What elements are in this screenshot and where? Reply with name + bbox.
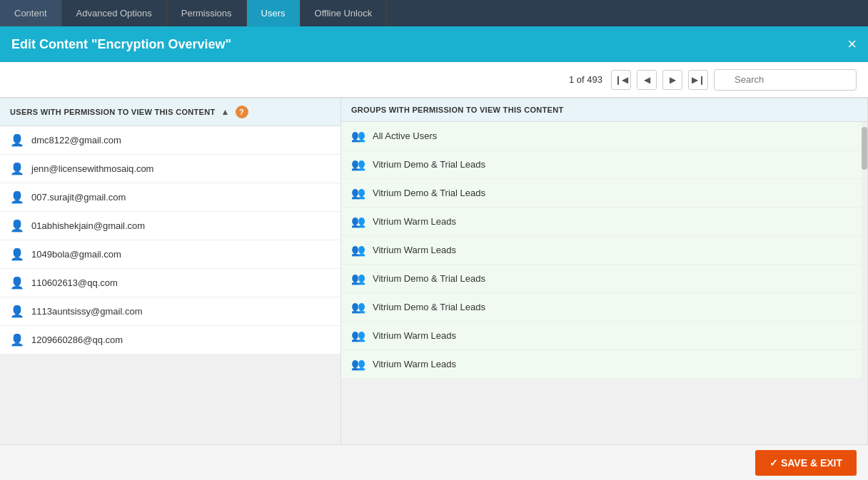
group-icon: 👥 (351, 329, 365, 342)
header-bar: Edit Content "Encryption Overview" × (0, 26, 868, 62)
users-column-header: USERS WITH PERMISSION TO VIEW THIS CONTE… (0, 98, 340, 126)
user-row[interactable]: 👤 01abhishekjain@gmail.com (0, 212, 340, 240)
tab-offline-unlock[interactable]: Offline Unlock (301, 0, 388, 26)
footer: ✓ SAVE & EXIT (0, 444, 868, 480)
group-name: Vitrium Demo & Trial Leads (373, 188, 485, 198)
prev-page-button[interactable]: ◀ (637, 70, 657, 90)
group-name: Vitrium Warm Leads (373, 216, 456, 227)
scroll-indicator (862, 98, 867, 444)
content-area: USERS WITH PERMISSION TO VIEW THIS CONTE… (0, 98, 868, 444)
group-row[interactable]: 👥 Vitrium Warm Leads (341, 208, 867, 236)
user-row[interactable]: 👤 dmc8122@gmail.com (0, 126, 340, 155)
group-name: Vitrium Demo & Trial Leads (373, 273, 485, 284)
user-email: jenn@licensewithmosaiq.com (31, 163, 153, 174)
search-wrapper: 🔍 (714, 69, 857, 91)
group-row[interactable]: 👥 Vitrium Warm Leads (341, 350, 867, 379)
user-row[interactable]: 👤 1113auntsissy@gmail.com (0, 297, 340, 326)
group-icon: 👥 (351, 215, 365, 228)
last-page-button[interactable]: ▶❙ (688, 70, 708, 90)
users-column-title: USERS WITH PERMISSION TO VIEW THIS CONTE… (10, 108, 215, 116)
users-list: 👤 dmc8122@gmail.com 👤 jenn@licensewithmo… (0, 126, 340, 354)
user-email: 1049bola@gmail.com (31, 249, 121, 260)
groups-column: GROUPS WITH PERMISSION TO VIEW THIS CONT… (341, 98, 868, 444)
user-icon: 👤 (10, 133, 24, 147)
close-button[interactable]: × (847, 36, 857, 52)
user-icon: 👤 (10, 162, 24, 175)
group-icon: 👥 (351, 158, 365, 171)
save-exit-button[interactable]: ✓ SAVE & EXIT (755, 450, 857, 476)
user-email: 1209660286@qq.com (31, 335, 123, 345)
pagination-bar: 1 of 493 ❙◀ ◀ ▶ ▶❙ 🔍 (0, 62, 868, 98)
group-icon: 👥 (351, 243, 365, 257)
sort-icon[interactable]: ▲ (221, 107, 229, 117)
user-row[interactable]: 👤 007.surajit@gmail.com (0, 183, 340, 212)
group-row[interactable]: 👥 Vitrium Demo & Trial Leads (341, 265, 867, 293)
user-email: 1113auntsissy@gmail.com (31, 306, 143, 317)
group-name: Vitrium Demo & Trial Leads (373, 159, 485, 170)
group-row[interactable]: 👥 All Active Users (341, 122, 867, 150)
group-row[interactable]: 👥 Vitrium Demo & Trial Leads (341, 150, 867, 179)
user-row[interactable]: 👤 1209660286@qq.com (0, 326, 340, 354)
group-name: Vitrium Warm Leads (373, 245, 456, 255)
group-row[interactable]: 👥 Vitrium Warm Leads (341, 322, 867, 350)
tab-bar: Content Advanced Options Permissions Use… (0, 0, 868, 26)
tab-content[interactable]: Content (0, 0, 62, 26)
group-icon: 👥 (351, 272, 365, 285)
groups-list: 👥 All Active Users 👥 Vitrium Demo & Tria… (341, 122, 867, 379)
user-icon: 👤 (10, 276, 24, 290)
user-row[interactable]: 👤 110602613@qq.com (0, 269, 340, 297)
group-row[interactable]: 👥 Vitrium Demo & Trial Leads (341, 293, 867, 322)
user-row[interactable]: 👤 1049bola@gmail.com (0, 240, 340, 269)
search-input[interactable] (714, 69, 857, 91)
groups-column-title: GROUPS WITH PERMISSION TO VIEW THIS CONT… (351, 106, 564, 114)
group-icon: 👥 (351, 300, 365, 314)
user-icon: 👤 (10, 305, 24, 318)
user-email: dmc8122@gmail.com (31, 135, 121, 145)
user-email: 01abhishekjain@gmail.com (31, 220, 145, 231)
help-icon[interactable]: ? (236, 106, 248, 118)
user-email: 110602613@qq.com (31, 277, 118, 288)
group-icon: 👥 (351, 186, 365, 200)
user-row[interactable]: 👤 jenn@licensewithmosaiq.com (0, 155, 340, 183)
next-page-button[interactable]: ▶ (662, 70, 682, 90)
group-name: Vitrium Demo & Trial Leads (373, 302, 485, 312)
group-name: Vitrium Warm Leads (373, 330, 456, 341)
group-row[interactable]: 👥 Vitrium Warm Leads (341, 236, 867, 265)
group-icon: 👥 (351, 357, 365, 371)
groups-column-header: GROUPS WITH PERMISSION TO VIEW THIS CONT… (341, 98, 867, 122)
user-icon: 👤 (10, 190, 24, 204)
group-name: Vitrium Warm Leads (373, 359, 456, 369)
user-icon: 👤 (10, 247, 24, 261)
user-icon: 👤 (10, 333, 24, 347)
users-column: USERS WITH PERMISSION TO VIEW THIS CONTE… (0, 98, 341, 444)
user-email: 007.surajit@gmail.com (31, 192, 126, 203)
group-name: All Active Users (373, 131, 437, 141)
first-page-button[interactable]: ❙◀ (611, 70, 631, 90)
tab-advanced-options[interactable]: Advanced Options (62, 0, 167, 26)
scroll-thumb (862, 127, 867, 170)
tab-users[interactable]: Users (247, 0, 301, 26)
group-row[interactable]: 👥 Vitrium Demo & Trial Leads (341, 179, 867, 208)
user-icon: 👤 (10, 219, 24, 233)
tab-permissions[interactable]: Permissions (167, 0, 247, 26)
pagination-info: 1 of 493 (569, 74, 602, 85)
group-icon: 👥 (351, 129, 365, 143)
page-title: Edit Content "Encryption Overview" (11, 37, 231, 52)
